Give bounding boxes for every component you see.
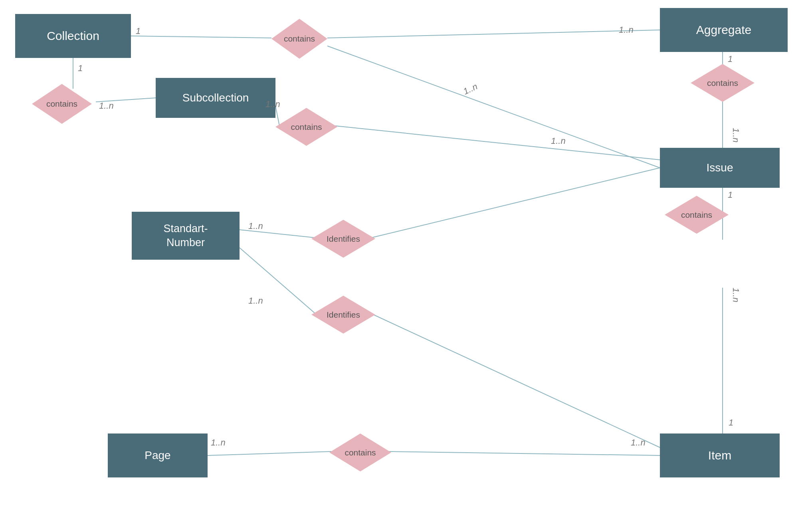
cardinality-1n-2: 1..n	[99, 101, 114, 111]
diamond-identifies1: Identifies	[311, 220, 375, 258]
cardinality-1-2: 1	[78, 63, 83, 74]
cardinality-1n-11: 1..n	[631, 437, 646, 448]
entity-collection: Collection	[15, 14, 131, 58]
entity-item: Item	[660, 433, 780, 477]
cardinality-1n-5: 1..n	[551, 136, 566, 146]
entity-page: Page	[108, 433, 208, 477]
diamond-contains5: contains	[665, 196, 729, 234]
diamond-identifies2: Identifies	[311, 296, 375, 334]
cardinality-1n-8: 1..n	[248, 221, 263, 231]
svg-line-15	[208, 451, 331, 455]
svg-line-14	[371, 314, 660, 447]
svg-line-4	[327, 46, 660, 168]
diamond-contains2: contains	[32, 84, 92, 124]
cardinality-1: 1	[136, 26, 141, 36]
entity-issue: Issue	[660, 148, 780, 188]
cardinality-1-5: 1	[729, 418, 733, 428]
cardinality-1n-9: 1..n	[248, 296, 263, 306]
svg-line-0	[131, 36, 271, 38]
entity-subcollection: Subcollection	[156, 78, 275, 118]
cardinality-1n-1: 1..n	[619, 25, 634, 35]
cardinality-1-4: 1	[728, 190, 733, 200]
entity-standart-number: Standart-Number	[132, 212, 240, 260]
diagram-container: Collection Aggregate Subcollection Issue…	[0, 0, 812, 513]
diamond-contains3: contains	[691, 64, 755, 102]
svg-line-12	[371, 168, 660, 238]
cardinality-1-3: 1	[728, 54, 733, 64]
svg-line-16	[387, 451, 660, 455]
diamond-contains4: contains	[275, 108, 337, 146]
cardinality-1n-6: 1..n	[731, 128, 741, 143]
entity-aggregate: Aggregate	[660, 8, 788, 52]
cardinality-1n-10: 1..n	[211, 437, 226, 448]
diamond-contains1: contains	[271, 19, 327, 59]
svg-line-1	[327, 30, 660, 38]
cardinality-1n-4: 1..n	[265, 99, 280, 109]
diamond-contains6: contains	[329, 433, 391, 471]
svg-line-6	[335, 126, 660, 160]
cardinality-1n-7: 1..n	[731, 288, 741, 302]
